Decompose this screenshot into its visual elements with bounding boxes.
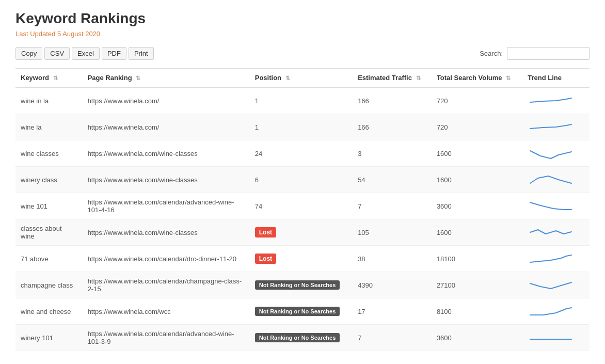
position-cell: Not Ranking or No Searches [250,325,353,351]
trend-cell [522,325,590,351]
table-row: winery 101https://www.winela.com/calenda… [15,325,590,351]
keyword-cell: wine and cheese [15,298,83,325]
sort-keyword-icon: ⇅ [53,75,58,82]
keyword-cell: winery class [15,167,83,193]
last-updated: Last Updated 5 August 2020 [15,30,590,38]
table-row: wine lahttps://www.winela.com/1166720 [15,114,590,140]
table-header-row: Keyword ⇅ Page Ranking ⇅ Position ⇅ Esti… [15,69,590,88]
page-cell[interactable]: https://www.winela.com/wine-classes [83,219,250,246]
page-title: Keyword Rankings [15,10,590,27]
volume-cell: 8100 [432,298,522,325]
search-container: Search: [480,47,590,60]
volume-cell: 27100 [432,272,522,298]
table-row: 71 abovehttps://www.winela.com/calendar/… [15,246,590,272]
trend-cell [522,87,590,114]
excel-button[interactable]: Excel [72,47,100,60]
traffic-cell: 166 [353,114,432,140]
page-cell[interactable]: https://www.winela.com/wcc [83,298,250,325]
position-cell: 24 [250,140,353,167]
copy-button[interactable]: Copy [15,47,42,60]
position-cell: 6 [250,167,353,193]
volume-cell: 1600 [432,167,522,193]
page-cell[interactable]: https://www.winela.com/calendar/advanced… [83,193,250,219]
traffic-cell: 54 [353,167,432,193]
header-position[interactable]: Position ⇅ [250,69,353,88]
search-input[interactable] [507,47,590,60]
trend-cell [522,246,590,272]
volume-cell: 3600 [432,193,522,219]
volume-cell: 1600 [432,219,522,246]
header-estimated-traffic[interactable]: Estimated Traffic ⇅ [353,69,432,88]
table-row: wine classeshttps://www.winela.com/wine-… [15,140,590,167]
table-row: classes about winehttps://www.winela.com… [15,219,590,246]
sort-page-icon: ⇅ [136,75,140,82]
sort-volume-icon: ⇅ [506,75,511,82]
sort-traffic-icon: ⇅ [416,75,421,82]
trend-cell [522,140,590,167]
traffic-cell: 38 [353,246,432,272]
pdf-button[interactable]: PDF [102,47,126,60]
page-cell[interactable]: https://www.winela.com/calendar/drc-dinn… [83,246,250,272]
volume-cell: 18100 [432,246,522,272]
traffic-cell: 3 [353,140,432,167]
table-row: winery classhttps://www.winela.com/wine-… [15,167,590,193]
keyword-cell: winery 101 [15,325,83,351]
page-cell[interactable]: https://www.winela.com/ [83,114,250,140]
page-cell[interactable]: https://www.winela.com/calendar/advanced… [83,325,250,351]
volume-cell: 720 [432,87,522,114]
not-ranking-badge: Not Ranking or No Searches [255,280,340,290]
trend-cell [522,219,590,246]
not-ranking-badge: Not Ranking or No Searches [255,307,340,316]
sort-position-icon: ⇅ [285,75,290,82]
lost-badge: Lost [255,254,276,264]
position-cell: Not Ranking or No Searches [250,272,353,298]
page-cell[interactable]: https://www.winela.com/wine-classes [83,140,250,167]
rankings-table: Keyword ⇅ Page Ranking ⇅ Position ⇅ Esti… [15,68,590,351]
volume-cell: 3600 [432,325,522,351]
trend-cell [522,114,590,140]
print-button[interactable]: Print [129,47,154,60]
not-ranking-badge: Not Ranking or No Searches [255,333,340,342]
keyword-cell: wine 101 [15,193,83,219]
traffic-cell: 17 [353,298,432,325]
table-row: wine 101https://www.winela.com/calendar/… [15,193,590,219]
trend-cell [522,167,590,193]
page-cell[interactable]: https://www.winela.com/ [83,87,250,114]
position-cell: Not Ranking or No Searches [250,298,353,325]
keyword-cell: 71 above [15,246,83,272]
header-trend-line: Trend Line [522,69,590,88]
table-row: wine in lahttps://www.winela.com/1166720 [15,87,590,114]
header-total-search-volume[interactable]: Total Search Volume ⇅ [432,69,522,88]
position-cell: 1 [250,87,353,114]
volume-cell: 1600 [432,140,522,167]
traffic-cell: 105 [353,219,432,246]
trend-cell [522,193,590,219]
lost-badge: Lost [255,227,276,238]
table-row: wine and cheesehttps://www.winela.com/wc… [15,298,590,325]
position-cell: Lost [250,246,353,272]
keyword-cell: wine in la [15,87,83,114]
search-label: Search: [480,50,503,57]
traffic-cell: 7 [353,193,432,219]
traffic-cell: 166 [353,87,432,114]
keyword-cell: wine classes [15,140,83,167]
csv-button[interactable]: CSV [44,47,70,60]
toolbar: Copy CSV Excel PDF Print Search: [15,47,590,60]
table-row: champagne classhttps://www.winela.com/ca… [15,272,590,298]
keyword-cell: champagne class [15,272,83,298]
position-cell: 74 [250,193,353,219]
trend-cell [522,272,590,298]
volume-cell: 720 [432,114,522,140]
header-keyword[interactable]: Keyword ⇅ [15,69,83,88]
position-cell: Lost [250,219,353,246]
page-cell[interactable]: https://www.winela.com/calendar/champagn… [83,272,250,298]
keyword-cell: classes about wine [15,219,83,246]
traffic-cell: 4390 [353,272,432,298]
trend-cell [522,298,590,325]
keyword-cell: wine la [15,114,83,140]
traffic-cell: 7 [353,325,432,351]
position-cell: 1 [250,114,353,140]
header-page-ranking[interactable]: Page Ranking ⇅ [83,69,250,88]
page-cell[interactable]: https://www.winela.com/wine-classes [83,167,250,193]
